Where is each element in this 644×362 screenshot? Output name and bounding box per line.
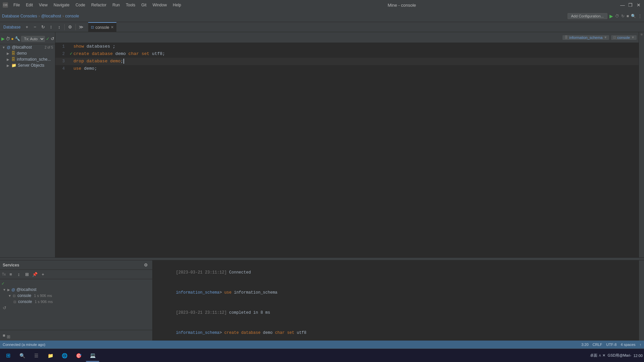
menu-git[interactable]: Git — [139, 2, 149, 8]
line-number-4: 4 — [55, 65, 69, 72]
sync-icon[interactable]: ↻ — [39, 23, 47, 31]
menu-refactor[interactable]: Refactor — [89, 2, 109, 8]
settings-icon[interactable]: ⚙ — [66, 23, 74, 31]
services-pin-icon[interactable]: 📌 — [31, 271, 39, 278]
commit-icon[interactable]: ● — [11, 35, 14, 43]
file-explorer-button[interactable]: 📁 — [44, 350, 57, 362]
scrollbar-indicator — [641, 34, 643, 36]
line-ending: CRLF — [593, 343, 602, 347]
menu-run[interactable]: Run — [110, 2, 122, 8]
database-toolbar: Database + − ↻ ⫶ ↕ ⚙ ≫ ⊡ console ✕ — [0, 22, 644, 32]
demo-label: demo — [17, 51, 27, 56]
menu-help[interactable]: Help — [170, 2, 184, 8]
status-bar: Connected (a minute ago) 3:20 CRLF UTF-8… — [0, 341, 644, 349]
execute-icon[interactable]: ▶ — [1, 35, 5, 43]
remove-icon[interactable]: − — [31, 23, 39, 31]
replay-icon[interactable]: ↺ — [3, 305, 6, 310]
datagrip-button[interactable]: 💻 — [86, 350, 99, 362]
menu-edit[interactable]: Edit — [23, 2, 36, 8]
connected-text: Connected — [229, 270, 251, 275]
refresh-icon[interactable]: ↻ — [621, 14, 625, 18]
stop-icon-bottom[interactable]: ■ — [3, 333, 5, 338]
schema-selector[interactable]: 🗄 information_schema ▼ — [562, 35, 609, 40]
editor-hscrollbar[interactable] — [0, 257, 644, 260]
indent-setting: 4 spaces — [621, 343, 635, 347]
menu-window[interactable]: Window — [150, 2, 170, 8]
add-icon[interactable]: + — [23, 23, 31, 31]
run-icon[interactable]: ▶ — [609, 13, 613, 19]
tree-server-objects-item[interactable]: ▶ 📁 Server Objects — [0, 62, 55, 68]
timer-icon[interactable]: ⏱ — [6, 35, 10, 43]
revert-icon[interactable]: ↺ — [51, 35, 54, 43]
services-group-icon[interactable]: ⊞ — [23, 271, 31, 278]
history-icon[interactable]: ⏱ — [615, 14, 619, 18]
right-edge-panel — [639, 32, 644, 257]
services-console-item-2[interactable]: ⊡ console 1 s 906 ms — [0, 299, 152, 305]
menu-code[interactable]: Code — [73, 2, 88, 8]
sort-icon[interactable]: ↕ — [55, 23, 63, 31]
search-icon[interactable]: 🔍 — [631, 14, 636, 18]
database-sidebar: ▶ ⏱ ● 🔧 Tx: Auto Manual ✓ ↺ ■ ⊞ ▼ @ @loc… — [0, 32, 55, 257]
add-configuration-button[interactable]: Add Configuration... — [568, 13, 607, 19]
services-settings-icon[interactable]: ⚙ — [142, 261, 150, 269]
task-view-button[interactable]: ☰ — [30, 350, 43, 362]
code-line-3: 3 drop database demo; — [55, 58, 639, 65]
start-button[interactable]: ⊞ — [1, 350, 15, 362]
check-icon[interactable]: ✓ — [46, 35, 50, 43]
console-selector[interactable]: ⊡ console ▼ — [611, 35, 637, 40]
app1-button[interactable]: 🎯 — [72, 350, 85, 362]
menu-file[interactable]: File — [11, 2, 22, 8]
breadcrumb-item-3[interactable]: console — [65, 14, 79, 18]
breadcrumb-item-2[interactable]: @localhost — [41, 14, 61, 18]
completed-text: completed in 8 ms — [229, 310, 270, 315]
browser-button[interactable]: 🌐 — [58, 350, 71, 362]
bottom-right-scrollbar[interactable] — [639, 260, 644, 341]
more-options-icon[interactable]: ≫ — [77, 23, 85, 31]
tree-host-item[interactable]: ▼ @ @localhost 2 of 5 — [0, 44, 55, 50]
use-keyword: use — [224, 290, 232, 295]
demo-text: demo — [261, 330, 275, 335]
utf8-text: utf8 — [294, 330, 307, 335]
services-console-time-1: 1 s 906 ms — [34, 294, 52, 298]
filter-icon[interactable]: ⫶ — [47, 23, 55, 31]
tree-information-schema-item[interactable]: ▶ 🗄 information_sche... — [0, 56, 55, 62]
menu-tools[interactable]: Tools — [123, 2, 138, 8]
tx-mode-select[interactable]: Tx: Auto Manual — [21, 36, 45, 42]
console-tab[interactable]: ⊡ console ✕ — [88, 22, 116, 32]
menu-navigate[interactable]: Navigate — [51, 2, 72, 8]
upload-icon[interactable]: ↑ — [640, 343, 642, 347]
file-explorer-icon: 📁 — [48, 353, 53, 358]
services-host-label: @localhost — [16, 287, 37, 292]
expand-icon-demo: ▶ — [7, 52, 10, 55]
breadcrumb-item-1[interactable]: Database Consoles — [2, 14, 37, 18]
editor-container: 🗄 information_schema ▼ ⊡ console ▼ 1 — [55, 32, 639, 257]
services-bottom-row: ■ ⊞ — [0, 330, 152, 341]
taskbar-icons: ⊞ 🔍 ☰ 📁 🌐 🎯 💻 — [1, 350, 99, 362]
close-tab-button[interactable]: ✕ — [111, 25, 114, 29]
console-output-panel: [2023-03-21 23:11:12] Connected informat… — [153, 260, 639, 341]
stop-icon[interactable]: ■ — [627, 14, 629, 18]
services-list-icon[interactable]: ≡ — [7, 271, 14, 278]
minimize-button[interactable]: — — [620, 2, 625, 8]
maximize-button[interactable]: ❐ — [628, 2, 633, 8]
tree-demo-item[interactable]: ▶ 🗄 demo — [0, 50, 55, 56]
toolbar-right-actions: Add Configuration... ▶ ⏱ ↻ ■ 🔍 ⋮ — [568, 13, 642, 19]
more-icon[interactable]: ⋮ — [638, 14, 642, 18]
services-console-item-1[interactable]: ▼ ⊡ console 1 s 906 ms — [0, 293, 152, 299]
close-button[interactable]: ✕ — [636, 2, 641, 8]
services-host-item[interactable]: ▼ ▶ @ @localhost — [0, 287, 152, 293]
line-number-2: 2 — [55, 50, 69, 57]
task-view-icon: ☰ — [34, 353, 39, 358]
create-keyword: create — [224, 330, 239, 335]
services-sort-icon[interactable]: ↕ — [15, 271, 22, 278]
database-keyword: database — [241, 330, 261, 335]
windows-icon: ⊞ — [6, 352, 10, 359]
wrench-icon[interactable]: 🔧 — [15, 35, 20, 43]
services-add-icon[interactable]: + — [39, 271, 47, 278]
menu-view[interactable]: View — [36, 2, 50, 8]
grid-icon-bottom[interactable]: ⊞ — [7, 334, 10, 339]
collapse-icon: ▼ — [2, 46, 5, 49]
code-editor[interactable]: 1 show databases ; 2 ✓ create database d… — [55, 43, 639, 257]
search-taskbar-button[interactable]: 🔍 — [15, 350, 29, 362]
editor-content: 1 show databases ; 2 ✓ create database d… — [55, 43, 639, 257]
